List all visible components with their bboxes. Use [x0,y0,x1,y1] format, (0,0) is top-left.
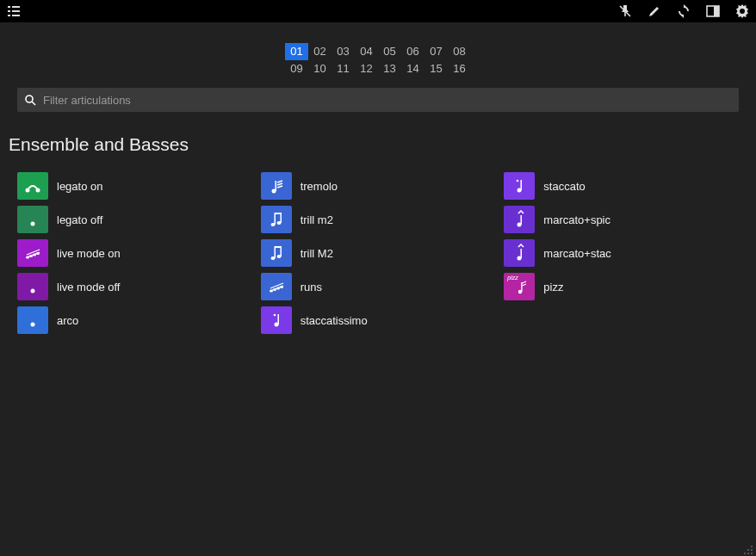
top-toolbar [0,0,756,22]
articulation-label: staccatissimo [301,314,368,327]
panels-icon[interactable] [706,4,720,18]
channel-12[interactable]: 12 [355,60,378,77]
dot-icon [17,273,48,300]
legato-icon [17,172,48,200]
pizz-icon: pizz [504,273,535,300]
channel-selector: 0102030405060708 0910111213141516 [0,43,756,77]
channel-05[interactable]: 05 [378,43,401,60]
svg-rect-29 [624,12,626,16]
svg-rect-24 [12,6,20,8]
marcato-icon [504,239,535,267]
dot-icon [17,206,48,233]
channel-16[interactable]: 16 [448,60,471,77]
articulation-label: pizz [543,281,563,293]
articulation-label: runs [301,281,322,293]
channel-09[interactable]: 09 [285,60,308,77]
articulation-legato-off[interactable]: legato off [17,206,261,233]
runs-icon [261,273,292,300]
channel-03[interactable]: 03 [332,43,355,60]
articulation-live-mode-off[interactable]: live mode off [17,273,261,300]
articulation-live-mode-on[interactable]: live mode on [17,239,261,267]
stacc-icon [261,306,292,334]
articulation-trill-m2[interactable]: trill m2 [261,206,505,233]
svg-rect-32 [714,6,719,16]
articulation-label: legato off [57,213,102,226]
articulation-label: staccato [543,180,585,193]
channel-08[interactable]: 08 [448,43,471,60]
channel-06[interactable]: 06 [401,43,424,60]
svg-point-38 [751,553,753,554]
filter-bar [17,88,739,112]
gear-icon[interactable] [735,4,749,18]
channel-14[interactable]: 14 [401,60,424,77]
articulation-grid: legato onlegato offlive mode onlive mode… [17,172,747,334]
svg-point-37 [747,553,749,554]
sync-icon[interactable] [677,4,691,18]
section-title: Ensemble and Basses [9,134,747,155]
articulation-arco[interactable]: arco [17,306,261,334]
pencil-icon[interactable] [648,4,661,18]
svg-rect-28 [12,15,20,16]
filter-input[interactable] [43,94,732,107]
svg-rect-23 [8,6,10,8]
articulation-label: trill M2 [301,247,333,260]
articulation-staccatissimo[interactable]: staccatissimo [261,306,505,334]
articulation-label: live mode off [57,281,120,293]
articulation-label: marcato+stac [543,247,610,260]
articulation-runs[interactable]: runs [261,273,505,300]
articulation-marcato-spic[interactable]: marcato+spic [504,206,747,233]
stacc-icon [504,172,535,200]
svg-rect-27 [8,15,10,16]
pin-off-icon[interactable] [618,4,632,18]
runs-icon [17,239,48,267]
channel-11[interactable]: 11 [332,60,355,77]
dot-icon [17,306,48,334]
trill-icon [261,239,292,267]
articulation-legato-on[interactable]: legato on [17,172,261,200]
articulation-label: arco [57,314,78,327]
menu-list-icon[interactable] [7,4,21,18]
trill-icon [261,206,292,233]
search-icon [24,94,36,106]
articulation-label: legato on [57,180,103,193]
articulation-staccato[interactable]: staccato [504,172,747,200]
svg-rect-26 [12,10,20,12]
articulation-tremolo[interactable]: tremolo [261,172,505,200]
svg-point-33 [751,546,753,547]
svg-rect-25 [8,10,10,12]
channel-01[interactable]: 01 [285,43,308,60]
channel-15[interactable]: 15 [424,60,448,77]
articulation-label: marcato+spic [543,213,610,226]
articulation-label: trill m2 [301,213,333,226]
marcato-icon [504,206,535,233]
channel-13[interactable]: 13 [378,60,401,77]
articulation-label: tremolo [301,180,338,193]
channel-04[interactable]: 04 [355,43,378,60]
channel-10[interactable]: 10 [308,60,332,77]
channel-02[interactable]: 02 [308,43,332,60]
articulation-label: live mode on [57,247,121,260]
svg-point-35 [751,549,753,551]
channel-07[interactable]: 07 [424,43,448,60]
tremolo-icon [261,172,292,200]
resize-grip[interactable] [743,543,753,553]
svg-point-34 [747,549,749,551]
articulation-trill-m2[interactable]: trill M2 [261,239,505,267]
articulation-pizz[interactable]: pizzpizz [504,273,747,300]
svg-point-36 [744,553,746,554]
articulation-marcato-stac[interactable]: marcato+stac [504,239,747,267]
